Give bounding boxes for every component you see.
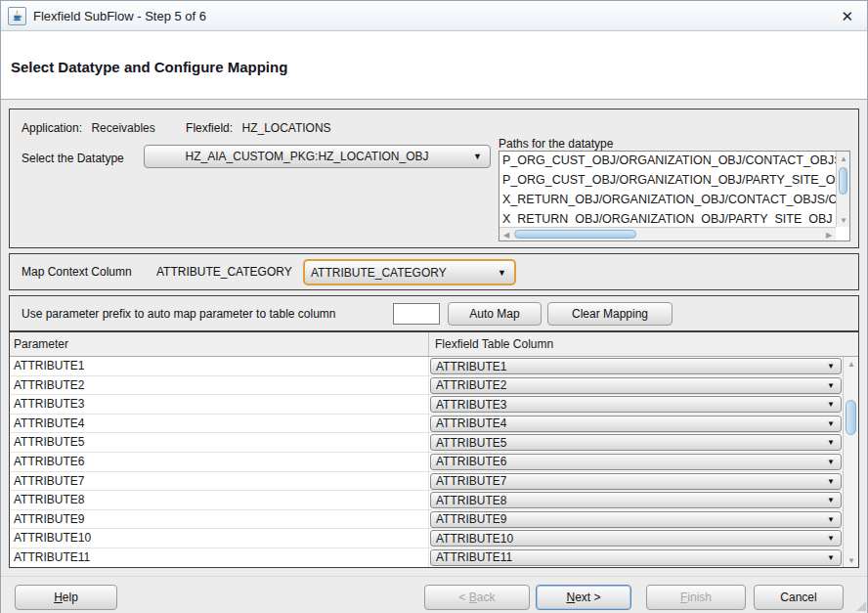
scroll-up-icon[interactable]: ▲ (837, 152, 850, 165)
footer-bar: Help < Back Next > Finish Cancel (1, 576, 867, 613)
application-label: Application: (22, 121, 82, 135)
chevron-down-icon: ▼ (824, 496, 841, 504)
table-row: ATTRIBUTE7 ATTRIBUTE7 ▼ (10, 472, 843, 492)
list-item[interactable]: X_RETURN_OBJ/ORGANIZATION_OBJ/PARTY_SITE… (499, 210, 836, 224)
table-row: ATTRIBUTE8 ATTRIBUTE8 ▼ (10, 491, 843, 510)
chevron-down-icon: ▼ (824, 419, 841, 428)
list-item[interactable]: P_ORG_CUST_OBJ/ORGANIZATION_OBJ/PARTY_SI… (499, 171, 836, 191)
table-row: ATTRIBUTE4 ATTRIBUTE4 ▼ (10, 415, 843, 434)
table-header-row: Parameter Flexfield Table Column (10, 332, 858, 357)
close-icon[interactable]: ✕ (837, 9, 857, 23)
table-row: ATTRIBUTE3 ATTRIBUTE3 ▼ (10, 395, 843, 415)
parameter-cell: ATTRIBUTE8 (10, 491, 429, 509)
parameter-cell: ATTRIBUTE10 (10, 529, 429, 547)
column-dropdown[interactable]: ATTRIBUTE6 ▼ (430, 454, 842, 470)
column-dropdown[interactable]: ATTRIBUTE11 ▼ (430, 549, 842, 566)
paths-vertical-scrollbar[interactable]: ▲ ▼ (836, 152, 849, 227)
column-dropdown[interactable]: ATTRIBUTE9 ▼ (430, 511, 842, 528)
list-item[interactable]: P_ORG_CUST_OBJ/ORGANIZATION_OBJ/CONTACT_… (499, 152, 836, 171)
column-cell: ATTRIBUTE5 ▼ (429, 433, 843, 452)
datatype-section: Application: Receivables Flexfield: HZ_L… (9, 109, 859, 248)
paths-hscroll-thumb[interactable] (514, 230, 636, 239)
table-row: ATTRIBUTE1 ATTRIBUTE1 ▼ (10, 357, 843, 376)
table-vertical-scrollbar[interactable]: ▲ ▼ (843, 357, 858, 567)
prefix-input[interactable] (393, 303, 440, 325)
datatype-label: Select the Datatype (22, 152, 124, 165)
column-dropdown[interactable]: ATTRIBUTE8 ▼ (430, 492, 842, 508)
scroll-up-icon[interactable]: ▲ (844, 357, 859, 371)
java-icon (8, 7, 26, 25)
chevron-down-icon: ▼ (824, 515, 841, 524)
content-area: Application: Receivables Flexfield: HZ_L… (1, 100, 867, 576)
scroll-down-icon[interactable]: ▼ (844, 553, 859, 567)
column-cell: ATTRIBUTE8 ▼ (429, 491, 843, 509)
column-dropdown[interactable]: ATTRIBUTE4 ▼ (430, 416, 842, 432)
parameter-cell: ATTRIBUTE4 (10, 415, 429, 433)
dialog-window: Flexfield SubFlow - Step 5 of 6 ✕ Select… (0, 0, 868, 613)
title-bar: Flexfield SubFlow - Step 5 of 6 ✕ (1, 1, 867, 31)
scroll-down-icon[interactable]: ▼ (837, 213, 850, 227)
column-dropdown[interactable]: ATTRIBUTE2 ▼ (430, 377, 842, 394)
table-row: ATTRIBUTE6 ATTRIBUTE6 ▼ (10, 453, 843, 472)
column-cell: ATTRIBUTE2 ▼ (429, 376, 843, 395)
column-cell: ATTRIBUTE1 ▼ (429, 357, 843, 375)
scroll-right-icon[interactable]: ▶ (822, 228, 836, 241)
column-cell: ATTRIBUTE9 ▼ (429, 510, 843, 529)
flexfield-column-header: Flexfield Table Column (429, 332, 858, 356)
prefix-section: Use parameter prefix to auto map paramet… (9, 295, 859, 331)
context-column-name: ATTRIBUTE_CATEGORY (156, 265, 292, 279)
page-title: Select Datatype and Configure Mapping (11, 59, 287, 75)
parameter-cell: ATTRIBUTE3 (10, 395, 429, 414)
paths-horizontal-scrollbar[interactable]: ◀ ▶ (499, 227, 836, 241)
mapping-table-body: ATTRIBUTE1 ATTRIBUTE1 ▼ ATTRIBUTE2 ATTRI… (10, 357, 843, 567)
help-button[interactable]: Help (15, 585, 117, 610)
chevron-down-icon: ▼ (824, 458, 841, 466)
datatype-selected-value: HZ_AIA_CUSTOM_PKG:HZ_LOCATION_OBJ (145, 150, 469, 163)
cancel-button[interactable]: Cancel (754, 585, 844, 610)
chevron-down-icon: ▼ (824, 362, 841, 371)
column-dropdown[interactable]: ATTRIBUTE10 ▼ (430, 530, 842, 547)
parameter-column-header: Parameter (10, 332, 429, 356)
table-row: ATTRIBUTE9 ATTRIBUTE9 ▼ (10, 510, 843, 530)
datatype-dropdown[interactable]: HZ_AIA_CUSTOM_PKG:HZ_LOCATION_OBJ ▼ (144, 145, 491, 168)
column-dropdown[interactable]: ATTRIBUTE3 ▼ (430, 396, 842, 413)
column-dropdown[interactable]: ATTRIBUTE1 ▼ (430, 358, 842, 374)
table-row: ATTRIBUTE11 ATTRIBUTE11 ▼ (10, 548, 843, 567)
parameter-cell: ATTRIBUTE11 (10, 548, 429, 567)
table-vscroll-thumb[interactable] (846, 400, 856, 435)
application-value: Receivables (91, 121, 154, 135)
prefix-label: Use parameter prefix to auto map paramet… (22, 307, 336, 321)
back-button[interactable]: < Back (424, 585, 530, 610)
column-cell: ATTRIBUTE10 ▼ (429, 529, 843, 547)
chevron-down-icon: ▼ (824, 400, 841, 409)
table-row: ATTRIBUTE2 ATTRIBUTE2 ▼ (10, 376, 843, 396)
chevron-down-icon: ▼ (824, 438, 841, 447)
next-button[interactable]: Next > (536, 585, 631, 610)
header-area: Select Datatype and Configure Mapping (1, 31, 867, 100)
column-cell: ATTRIBUTE11 ▼ (429, 548, 843, 567)
auto-map-button[interactable]: Auto Map (448, 302, 542, 326)
resize-grip[interactable] (856, 601, 866, 611)
table-row: ATTRIBUTE5 ATTRIBUTE5 ▼ (10, 433, 843, 453)
parameter-cell: ATTRIBUTE1 (10, 357, 429, 375)
context-label: Map Context Column (22, 265, 132, 279)
parameter-cell: ATTRIBUTE9 (10, 510, 429, 529)
mapping-table: Parameter Flexfield Table Column ATTRIBU… (9, 331, 859, 568)
list-item[interactable]: X_RETURN_OBJ/ORGANIZATION_OBJ/CONTACT_OB… (499, 191, 836, 210)
context-section: Map Context Column ATTRIBUTE_CATEGORY AT… (9, 253, 859, 290)
column-dropdown[interactable]: ATTRIBUTE5 ▼ (430, 434, 842, 451)
scroll-left-icon[interactable]: ◀ (499, 228, 513, 241)
column-cell: ATTRIBUTE4 ▼ (429, 415, 843, 433)
flexfield-value: HZ_LOCATIONS (241, 121, 330, 135)
paths-listbox: P_ORG_CUST_OBJ/ORGANIZATION_OBJ/CONTACT_… (499, 151, 850, 241)
chevron-down-icon: ▼ (494, 268, 514, 278)
window-title: Flexfield SubFlow - Step 5 of 6 (33, 9, 837, 23)
application-info-row: Application: Receivables Flexfield: HZ_L… (22, 121, 337, 135)
finish-button[interactable]: Finish (646, 585, 746, 610)
chevron-down-icon: ▼ (824, 477, 841, 486)
chevron-down-icon: ▼ (469, 152, 490, 161)
paths-vscroll-thumb[interactable] (839, 167, 847, 195)
clear-mapping-button[interactable]: Clear Mapping (547, 302, 673, 326)
context-dropdown[interactable]: ATTRIBUTE_CATEGORY ▼ (303, 259, 516, 285)
column-dropdown[interactable]: ATTRIBUTE7 ▼ (430, 473, 842, 490)
